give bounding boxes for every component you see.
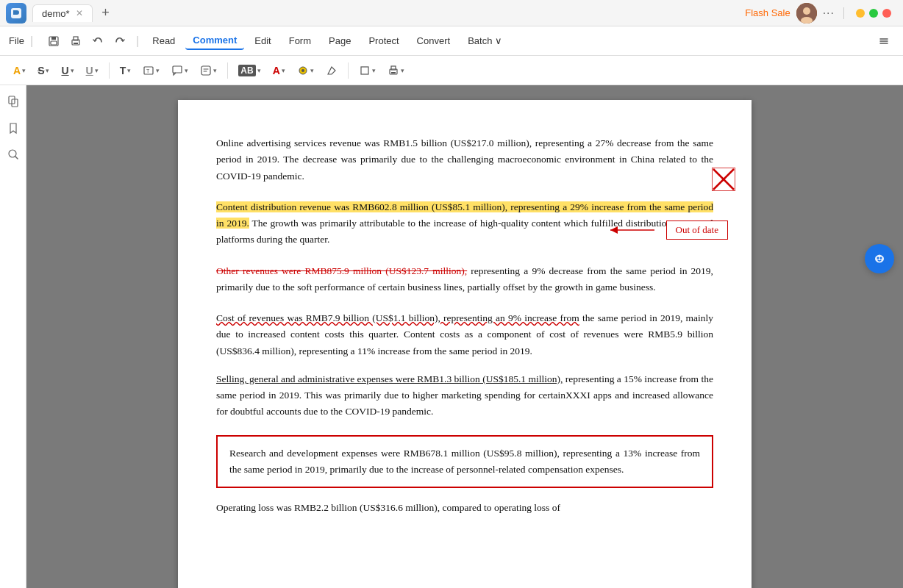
- underline2-icon: U: [86, 65, 93, 76]
- file-menu-btn[interactable]: File: [9, 35, 24, 46]
- out-of-date-arrow: [596, 219, 662, 241]
- printer-caret: ▾: [401, 67, 404, 74]
- red-x-mark: [712, 168, 735, 195]
- strikethrough-text: Other revenues were RMB875.9 million (US…: [216, 265, 467, 276]
- fc-caret: ▾: [282, 67, 285, 74]
- svg-rect-6: [51, 41, 57, 45]
- shape-btn[interactable]: ▾: [354, 62, 380, 79]
- titlebar-left: demo* ✕ +: [0, 3, 116, 24]
- strikethrough-btn[interactable]: S ▾: [33, 62, 54, 79]
- tab-title: demo*: [42, 8, 70, 19]
- highlight-icon: A: [13, 65, 21, 76]
- pdf-page: Online advertising services revenue was …: [178, 100, 752, 588]
- svg-marker-16: [328, 67, 335, 74]
- strikethrough-icon: S: [38, 65, 44, 76]
- svg-point-2: [803, 7, 810, 15]
- para-cost-revenues-wrapper: NOT APPROVED Cost of revenues was RMB7.9…: [216, 310, 713, 359]
- page-menu[interactable]: Page: [321, 32, 358, 49]
- new-tab-btn[interactable]: +: [96, 3, 116, 24]
- underline-wavy-text: Cost of revenues was RMB7.9 billion (US$…: [216, 312, 579, 323]
- eraser-btn[interactable]: [321, 62, 342, 79]
- svg-rect-12: [173, 66, 182, 73]
- ai-icon: [871, 250, 888, 268]
- st-caret: ▾: [46, 67, 49, 74]
- maximize-btn[interactable]: [869, 9, 878, 18]
- protect-menu[interactable]: Protect: [361, 32, 406, 49]
- font-color-btn[interactable]: A ▾: [268, 62, 290, 79]
- batch-menu[interactable]: Batch ∨: [460, 32, 510, 49]
- printer-btn[interactable]: ▾: [383, 62, 409, 79]
- textbox-btn[interactable]: T ▾: [138, 62, 164, 79]
- svg-rect-5: [51, 37, 56, 40]
- callout-icon: [171, 65, 183, 76]
- undo-icon[interactable]: [88, 31, 108, 51]
- read-menu[interactable]: Read: [145, 32, 182, 49]
- annotation-toolbar: A ▾ S ▾ U ▾ U ▾ T ▾ T ▾ ▾ ▾ AB ▾ A: [0, 56, 903, 85]
- pages-panel-btn[interactable]: [3, 91, 24, 112]
- sidebar-left: [0, 85, 26, 588]
- shape-caret: ▾: [372, 67, 376, 74]
- active-tab[interactable]: demo* ✕: [32, 4, 93, 22]
- svg-rect-9: [74, 43, 78, 44]
- close-tab-btn[interactable]: ✕: [76, 8, 83, 18]
- out-of-date-box: Out of date: [666, 220, 728, 240]
- highlight-btn[interactable]: A ▾: [9, 62, 30, 79]
- page-container: Online advertising services revenue was …: [178, 100, 752, 573]
- avatar[interactable]: [796, 3, 817, 24]
- para-cost-revenues: Cost of revenues was RMB7.9 billion (US$…: [216, 310, 713, 359]
- form-menu[interactable]: Form: [282, 32, 318, 49]
- underline-text: Selling, general and administrative expe…: [216, 373, 563, 384]
- comment-menu[interactable]: Comment: [185, 32, 244, 50]
- redo-icon[interactable]: [110, 31, 130, 51]
- fill-caret: ▾: [310, 67, 314, 74]
- sep3: [348, 62, 349, 79]
- svg-rect-13: [201, 66, 210, 75]
- underline2-btn[interactable]: U ▾: [82, 62, 103, 79]
- para-other-revenues: Other revenues were RMB875.9 million (US…: [216, 263, 713, 296]
- convert-menu[interactable]: Convert: [410, 32, 458, 49]
- close-btn[interactable]: [882, 9, 891, 18]
- underline-icon: U: [61, 65, 68, 76]
- fill-color-btn[interactable]: ▾: [293, 62, 318, 79]
- edit-menu[interactable]: Edit: [247, 32, 278, 49]
- para-rd-expenses: Research and development expenses were R…: [229, 445, 700, 478]
- note-caret: ▾: [213, 67, 217, 74]
- separator: [843, 7, 844, 19]
- expand-btn[interactable]: [874, 31, 894, 51]
- svg-point-26: [877, 257, 879, 259]
- bookmark-panel-btn[interactable]: [3, 118, 24, 138]
- svg-point-27: [880, 257, 882, 259]
- co-caret: ▾: [185, 67, 188, 74]
- ai-assistant-btn[interactable]: [865, 244, 894, 273]
- app-icon: [6, 3, 26, 24]
- search-panel-btn[interactable]: [3, 144, 24, 165]
- note-icon: [200, 65, 212, 76]
- red-x-icon: [712, 168, 735, 191]
- text-icon: T: [120, 65, 126, 76]
- save-icon[interactable]: [43, 31, 64, 51]
- textbox-icon: T: [143, 65, 154, 76]
- flash-sale-label: Flash Sale: [745, 7, 790, 18]
- font-color-icon: A: [273, 65, 280, 76]
- callout-btn[interactable]: ▾: [167, 62, 193, 79]
- underline-btn[interactable]: U ▾: [57, 62, 78, 79]
- content-area[interactable]: Online advertising services revenue was …: [26, 85, 903, 588]
- red-border-para: Research and development expenses were R…: [216, 435, 713, 489]
- minimize-btn[interactable]: [856, 9, 865, 18]
- text-btn[interactable]: T ▾: [115, 62, 136, 79]
- printer2-icon: [388, 65, 399, 76]
- ul2-caret: ▾: [95, 67, 99, 74]
- dots-menu-btn[interactable]: ···: [823, 7, 835, 20]
- stamp-icon: AB: [238, 65, 255, 76]
- svg-line-24: [15, 157, 18, 159]
- svg-rect-17: [361, 67, 368, 74]
- note-btn[interactable]: ▾: [196, 62, 221, 79]
- stamp-btn[interactable]: AB ▾: [234, 62, 265, 79]
- sep1: [109, 62, 110, 79]
- sep2: [227, 62, 228, 79]
- file-menu-group: File | |: [9, 31, 142, 51]
- svg-point-15: [301, 69, 304, 72]
- toolbar-icons: [43, 31, 130, 51]
- print-icon[interactable]: [65, 31, 86, 51]
- svg-text:T: T: [146, 68, 150, 74]
